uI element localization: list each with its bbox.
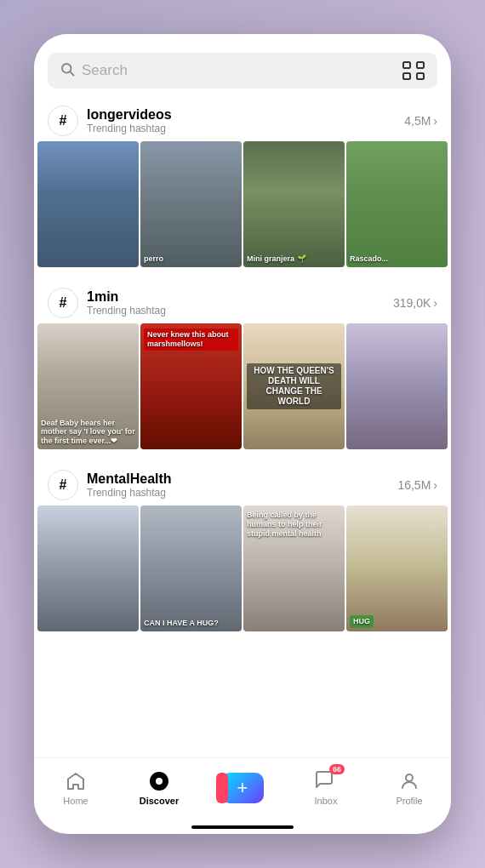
hashtag-icon-1min: # <box>48 288 78 318</box>
status-bar <box>34 34 451 46</box>
video-thumb[interactable]: CAN I HAVE A HUG? <box>140 505 242 631</box>
search-icon <box>60 61 75 80</box>
phone-frame: Search # longervideos Trending hashta <box>34 34 451 834</box>
svg-rect-3 <box>417 62 424 68</box>
video-grid-1min: Deaf Baby hears her mother say 'I love y… <box>34 323 451 449</box>
content-area: # longervideos Trending hashtag 4,5M › p… <box>34 99 451 757</box>
hashtag-icon-mentalhealth: # <box>48 470 78 500</box>
bottom-nav: Home Discover 66 Inbox <box>34 757 451 825</box>
discover-icon <box>147 769 171 793</box>
svg-point-7 <box>156 778 163 785</box>
svg-rect-2 <box>403 62 410 68</box>
nav-inbox-label: Inbox <box>315 796 338 806</box>
chevron-icon: › <box>433 296 437 310</box>
section-count-mentalhealth[interactable]: 16,5M › <box>397 478 437 492</box>
section-title-mentalhealth: MentalHealth <box>87 471 172 487</box>
nav-home[interactable]: Home <box>34 769 117 806</box>
section-title-longervideos: longervideos <box>87 107 172 123</box>
home-indicator <box>191 825 294 829</box>
section-1min: # 1min Trending hashtag 319,0K › Deaf Ba… <box>34 281 451 449</box>
section-subtitle-mentalhealth: Trending hashtag <box>87 487 172 499</box>
video-thumb[interactable]: Never knew this about marshmellows! <box>140 323 242 449</box>
section-count-1min[interactable]: 319,0K › <box>393 296 437 310</box>
spacer <box>34 645 451 659</box>
svg-rect-5 <box>417 73 424 79</box>
svg-rect-4 <box>403 73 410 79</box>
hashtag-icon-longervideos: # <box>48 106 78 136</box>
nav-discover[interactable]: Discover <box>117 769 201 806</box>
section-header-mentalhealth: # MentalHealth Trending hashtag 16,5M › <box>34 463 451 505</box>
section-title-1min: 1min <box>87 289 166 305</box>
video-thumb[interactable]: Deaf Baby hears her mother say 'I love y… <box>37 323 139 449</box>
svg-line-1 <box>70 71 73 75</box>
nav-inbox[interactable]: 66 Inbox <box>284 769 368 806</box>
add-button[interactable] <box>221 773 264 803</box>
video-thumb[interactable]: HUG <box>346 505 448 631</box>
add-button-container <box>201 773 284 803</box>
video-thumb[interactable]: Rascado... <box>346 141 448 267</box>
section-header-longervideos: # longervideos Trending hashtag 4,5M › <box>34 99 451 141</box>
video-grid-longervideos: perro Mini granjera 🌱 Rascado... <box>34 141 451 267</box>
search-bar[interactable]: Search <box>48 53 437 89</box>
nav-discover-label: Discover <box>140 796 179 806</box>
video-thumb[interactable] <box>37 505 139 631</box>
search-bar-container: Search <box>34 46 451 99</box>
section-longervideos: # longervideos Trending hashtag 4,5M › p… <box>34 99 451 267</box>
nav-home-label: Home <box>63 796 88 806</box>
profile-icon <box>397 769 421 793</box>
inbox-badge-count: 66 <box>329 764 345 774</box>
video-thumb[interactable]: Mini granjera 🌱 <box>243 141 345 267</box>
inbox-icon-container: 66 <box>314 769 338 793</box>
chevron-icon: › <box>433 478 437 492</box>
video-thumb[interactable]: perro <box>140 141 242 267</box>
nav-profile[interactable]: Profile <box>368 769 451 806</box>
section-mentalhealth: # MentalHealth Trending hashtag 16,5M › … <box>34 463 451 631</box>
nav-profile-label: Profile <box>396 796 422 806</box>
chevron-icon: › <box>433 114 437 128</box>
section-header-1min: # 1min Trending hashtag 319,0K › <box>34 281 451 323</box>
video-thumb[interactable]: HOW THE QUEEN'S DEATH WILL CHANGE THE WO… <box>243 323 345 449</box>
home-icon <box>64 769 88 793</box>
section-subtitle-1min: Trending hashtag <box>87 305 166 317</box>
video-thumb[interactable] <box>346 323 448 449</box>
section-count-longervideos[interactable]: 4,5M › <box>404 114 437 128</box>
video-thumb[interactable] <box>37 141 139 267</box>
section-subtitle-longervideos: Trending hashtag <box>87 123 172 134</box>
video-thumb[interactable]: Being called by the humans to help their… <box>243 505 345 631</box>
scan-icon[interactable] <box>402 61 425 80</box>
video-grid-mentalhealth: CAN I HAVE A HUG? Being called by the hu… <box>34 505 451 631</box>
search-placeholder: Search <box>82 62 395 79</box>
svg-point-8 <box>406 774 413 781</box>
